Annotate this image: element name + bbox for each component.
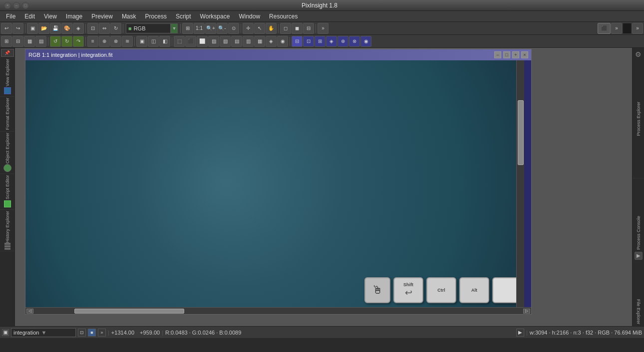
format-explorer-panel[interactable]: Format Explorer	[0, 97, 15, 132]
console-arrow-btn[interactable]: ▶	[635, 252, 643, 260]
menu-image[interactable]: Image	[62, 12, 86, 21]
minimize-btn[interactable]: –	[13, 2, 20, 9]
zoom-val-btn[interactable]: ⊙	[228, 23, 239, 34]
t2-btn13[interactable]: ◫	[148, 36, 159, 47]
t2-btn24[interactable]: ◉	[277, 36, 288, 47]
scrollbar-vertical[interactable]	[516, 60, 524, 307]
crop-btn[interactable]: ⊡	[87, 23, 98, 34]
t2-btn19[interactable]: ▧	[220, 36, 231, 47]
scrollbar-horizontal[interactable]: ◁ ▷	[25, 307, 531, 314]
more-btn[interactable]: »	[318, 23, 328, 34]
script-editor-panel[interactable]: Script Editor	[0, 174, 15, 210]
redo-btn[interactable]: ↪	[12, 23, 23, 34]
t2-btn18[interactable]: ▨	[208, 36, 219, 47]
t2-btn1[interactable]: ⊞	[1, 36, 12, 47]
t2-view3[interactable]: ⊞	[315, 36, 325, 47]
t2-btn3[interactable]: ▦	[24, 36, 35, 47]
save-btn[interactable]: 💾	[50, 23, 61, 34]
t2-btn5[interactable]: ↺	[50, 36, 61, 47]
t2-btn21[interactable]: ▥	[243, 36, 254, 47]
bg-btn[interactable]	[623, 23, 632, 34]
zoom-in-btn[interactable]: 🔍+	[205, 23, 216, 34]
nav-btn[interactable]: »	[98, 329, 106, 337]
process-console-panel[interactable]: Process Console ▶	[633, 178, 644, 297]
t2-btn22[interactable]: ▦	[254, 36, 265, 47]
select-btn[interactable]: ✛	[243, 23, 254, 34]
close-btn[interactable]: ×	[4, 2, 11, 9]
play-btn[interactable]: ▶	[516, 329, 524, 337]
t2-view5[interactable]: ⊕	[337, 36, 348, 47]
stretch-btn[interactable]: ◈	[73, 23, 84, 34]
channel-btn[interactable]: ■	[88, 329, 96, 337]
mask2-btn[interactable]: ◼	[292, 23, 303, 34]
img-restore-btn[interactable]: □	[503, 51, 510, 58]
view-dropdown[interactable]: integration ▼	[11, 328, 76, 337]
process-explorer-panel[interactable]: Process Explorer	[633, 60, 644, 178]
t2-btn11[interactable]: ≋	[122, 36, 133, 47]
open-btn[interactable]: 📂	[38, 23, 49, 34]
t2-view2[interactable]: ⊡	[303, 36, 314, 47]
t2-view1[interactable]: ⊟	[292, 36, 303, 47]
zoom-out-btn[interactable]: 🔍-	[217, 23, 228, 34]
scroll-thumb-v[interactable]	[518, 100, 524, 165]
module-btn[interactable]: ⬛	[598, 23, 611, 34]
t2-btn4[interactable]: ▤	[35, 36, 46, 47]
mask3-btn[interactable]: ⊟	[303, 23, 314, 34]
color-mode-dropdown[interactable]: ■ RGB	[126, 23, 171, 33]
menu-file[interactable]: File	[2, 12, 19, 21]
mask1-btn[interactable]: ◻	[280, 23, 291, 34]
more3-btn[interactable]: »	[632, 23, 643, 34]
history-explorer-panel[interactable]: History Explorer	[0, 210, 15, 251]
t2-btn16[interactable]: ⬛	[185, 36, 196, 47]
t2-btn12[interactable]: ▣	[136, 36, 147, 47]
t2-btn8[interactable]: ≡	[87, 36, 98, 47]
t2-view6[interactable]: ⊗	[349, 36, 360, 47]
pin-btn[interactable]: 📌	[1, 49, 14, 57]
color-mode-arrow[interactable]: ▼	[171, 23, 178, 33]
zoom-1-1-btn[interactable]: 1:1	[194, 23, 205, 34]
pan-btn[interactable]: ✋	[266, 23, 277, 34]
menu-view[interactable]: View	[40, 12, 61, 21]
t2-btn20[interactable]: ▤	[231, 36, 242, 47]
maximize-btn[interactable]: □	[22, 2, 29, 9]
t2-btn10[interactable]: ⊗	[110, 36, 121, 47]
window-controls[interactable]: × – □	[4, 2, 29, 9]
menu-process[interactable]: Process	[141, 12, 171, 21]
img-expand-btn[interactable]: +	[512, 51, 519, 58]
arrow-btn[interactable]: ↖	[254, 23, 265, 34]
menu-mask[interactable]: Mask	[118, 12, 140, 21]
more2-btn[interactable]: »	[611, 23, 622, 34]
rotate-btn[interactable]: ↻	[110, 23, 121, 34]
image-window-controls[interactable]: – □ + ×	[494, 51, 528, 58]
img-close-btn[interactable]: ×	[521, 51, 528, 58]
undo-btn[interactable]: ↩	[1, 23, 12, 34]
t2-btn15[interactable]: ⬚	[174, 36, 185, 47]
scroll-right-btn[interactable]: ▷	[523, 309, 530, 314]
menu-preview[interactable]: Preview	[87, 12, 117, 21]
scroll-thumb-h[interactable]	[74, 309, 184, 314]
img-minimize-btn[interactable]: –	[494, 51, 501, 58]
t2-btn17[interactable]: ⬜	[197, 36, 208, 47]
t2-btn14[interactable]: ◧	[159, 36, 170, 47]
file-explorer-panel[interactable]: File Explorer	[634, 297, 643, 327]
new-btn[interactable]: ▣	[27, 23, 38, 34]
view-explorer-panel[interactable]: View Explorer	[0, 58, 15, 97]
menu-resources[interactable]: Resources	[265, 12, 302, 21]
t2-view7[interactable]: ◉	[360, 36, 371, 47]
image-window-titlebar[interactable]: RGB 1:1 integration | integration.fit – …	[25, 49, 531, 60]
flip-h-btn[interactable]: ⇔	[99, 23, 110, 34]
menu-edit[interactable]: Edit	[20, 12, 39, 21]
t2-view4[interactable]: ◈	[326, 36, 337, 47]
scroll-left-btn[interactable]: ◁	[26, 309, 33, 314]
t2-btn6[interactable]: ↻	[61, 36, 72, 47]
view-options-btn[interactable]: ⊡	[78, 329, 86, 337]
color-btn[interactable]: 🎨	[61, 23, 72, 34]
menu-workspace[interactable]: Workspace	[196, 12, 234, 21]
object-explorer-panel[interactable]: Object Explorer	[0, 132, 15, 174]
t2-btn9[interactable]: ⊕	[99, 36, 110, 47]
t2-btn2[interactable]: ⊟	[12, 36, 23, 47]
zoom-fit-btn[interactable]: ⊞	[182, 23, 193, 34]
menu-script[interactable]: Script	[172, 12, 195, 21]
t2-btn23[interactable]: ◈	[266, 36, 277, 47]
menu-window[interactable]: Window	[235, 12, 264, 21]
